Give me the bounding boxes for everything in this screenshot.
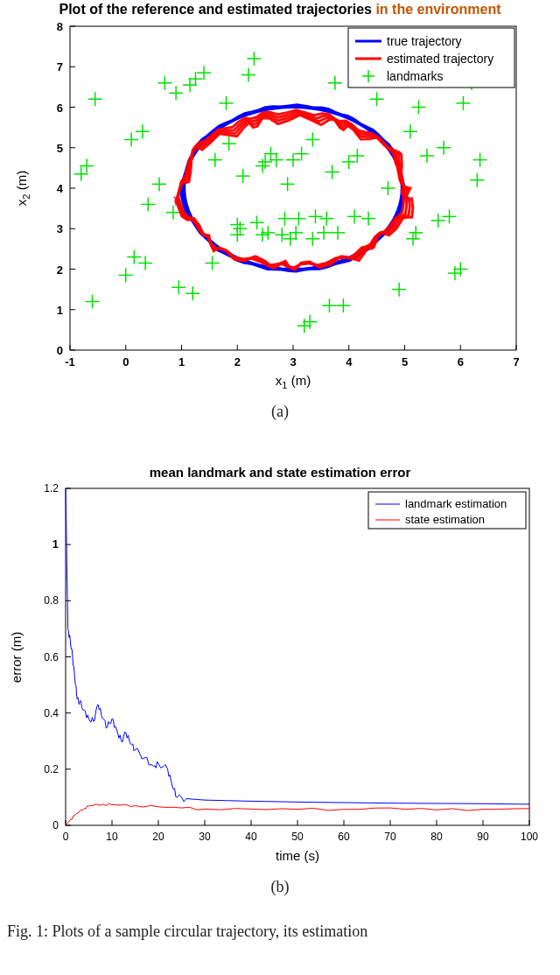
- svg-text:1: 1: [52, 537, 59, 551]
- figure-caption: Fig. 1: Plots of a sample circular traje…: [0, 922, 560, 941]
- svg-text:100: 100: [521, 831, 538, 843]
- legend-b: landmark estimationstate estimation: [368, 492, 526, 529]
- svg-text:5: 5: [57, 142, 63, 155]
- xlabel-b: time (s): [276, 848, 319, 863]
- svg-text:0.8: 0.8: [44, 594, 59, 607]
- chart-a-svg: Plot of the reference and estimated traj…: [0, 0, 560, 403]
- chart-a: Plot of the reference and estimated traj…: [0, 0, 560, 421]
- svg-text:3: 3: [290, 355, 296, 368]
- svg-text:2: 2: [57, 263, 63, 277]
- svg-text:0: 0: [57, 344, 63, 357]
- svg-text:4: 4: [346, 355, 353, 368]
- chart-a-title: Plot of the reference and estimated traj…: [59, 2, 501, 17]
- svg-text:0: 0: [52, 819, 59, 831]
- svg-text:0: 0: [122, 355, 129, 368]
- svg-text:0: 0: [63, 831, 69, 843]
- chart-b-svg: mean landmark and state estimation error…: [0, 458, 560, 878]
- svg-text:20: 20: [152, 831, 164, 843]
- page: Plot of the reference and estimated traj…: [0, 0, 560, 975]
- svg-text:0.2: 0.2: [44, 763, 59, 775]
- plot-area-b: [66, 488, 529, 825]
- svg-text:60: 60: [338, 831, 350, 843]
- svg-text:2: 2: [234, 355, 241, 368]
- xlabel-a: x1 (m): [276, 373, 311, 390]
- spacer: [0, 421, 560, 458]
- svg-text:8: 8: [57, 20, 63, 33]
- svg-text:80: 80: [430, 831, 443, 843]
- svg-text:10: 10: [106, 831, 118, 843]
- svg-text:5: 5: [402, 355, 408, 368]
- svg-text:1: 1: [178, 355, 185, 368]
- svg-text:true trajectory: true trajectory: [387, 34, 462, 48]
- svg-text:3: 3: [57, 222, 63, 235]
- svg-text:landmarks: landmarks: [387, 69, 444, 83]
- svg-text:landmark estimation: landmark estimation: [405, 497, 507, 510]
- svg-text:0.6: 0.6: [44, 651, 59, 663]
- chart-b-title: mean landmark and state estimation error: [150, 465, 411, 480]
- subcaption-b: (b): [0, 878, 560, 896]
- ylabel-b: error (m): [9, 632, 24, 683]
- svg-text:7: 7: [57, 60, 63, 74]
- svg-text:50: 50: [291, 831, 304, 843]
- legend-a: true trajectoryestimated trajectorylandm…: [348, 28, 514, 88]
- svg-text:1.2: 1.2: [44, 482, 59, 495]
- svg-text:70: 70: [384, 831, 396, 843]
- svg-text:-1: -1: [65, 355, 75, 368]
- svg-text:7: 7: [513, 355, 519, 368]
- svg-text:6: 6: [57, 102, 63, 115]
- svg-text:40: 40: [245, 831, 257, 843]
- svg-text:state estimation: state estimation: [405, 513, 485, 526]
- ylabel-a: x2 (m): [14, 171, 32, 206]
- svg-text:6: 6: [458, 355, 464, 368]
- svg-text:30: 30: [199, 831, 211, 843]
- svg-text:90: 90: [477, 831, 489, 843]
- svg-text:0.4: 0.4: [44, 707, 59, 719]
- chart-b: mean landmark and state estimation error…: [0, 458, 560, 896]
- svg-text:1: 1: [57, 304, 63, 317]
- svg-text:4: 4: [57, 182, 64, 195]
- spacer2: [0, 896, 560, 922]
- svg-text:estimated trajectory: estimated trajectory: [387, 52, 494, 66]
- subcaption-a: (a): [0, 403, 560, 421]
